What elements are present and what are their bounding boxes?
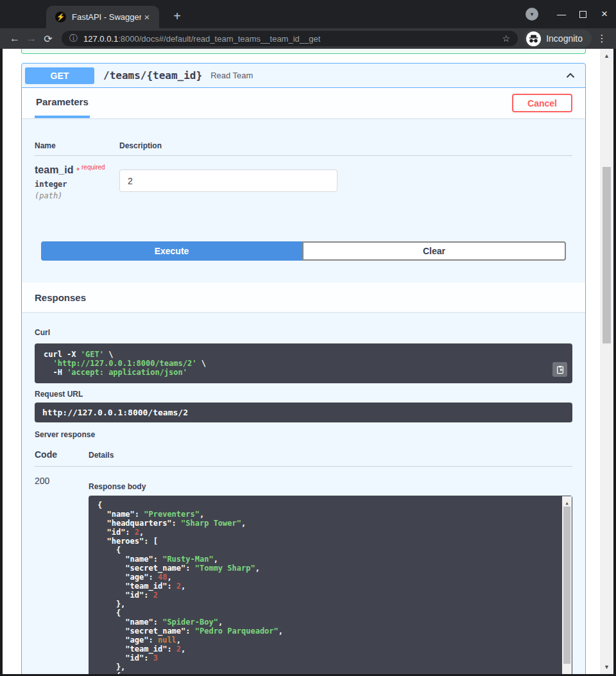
name-column-header: Name xyxy=(35,141,119,150)
page-scroll-up-icon[interactable]: ▲ xyxy=(600,53,613,59)
code-line: "id": 2, xyxy=(98,528,563,537)
endpoint-path: /teams/{team_id} xyxy=(103,69,202,82)
response-body-block: { "name": "Preventers", "headquarters": … xyxy=(89,496,572,674)
page-scroll-down-icon[interactable]: ▼ xyxy=(600,664,613,670)
bookmark-star-icon[interactable]: ☆ xyxy=(502,33,511,44)
window-close-button[interactable]: × xyxy=(598,8,611,21)
code-line: "secret_name": "Tommy Sharp", xyxy=(98,564,563,573)
get-teams-opblock: GET /teams/{team_id} Read Team Parameter… xyxy=(21,63,586,674)
browser-menu-icon[interactable]: ⋮ xyxy=(594,33,610,44)
new-tab-button[interactable]: + xyxy=(168,8,186,26)
update-arrow-icon: ▼ xyxy=(529,12,535,17)
code-line: "team_id": 2, xyxy=(98,582,563,591)
incognito-icon xyxy=(526,31,541,46)
fastapi-favicon-icon: ⚡ xyxy=(55,12,66,22)
parameter-row: team_id *required integer (path) xyxy=(35,156,572,200)
browser-window: ⚡ FastAPI - Swagger UI × + ▼ — × ← → ⟳ ⓘ… xyxy=(0,0,616,676)
parameter-location: (path) xyxy=(35,191,119,200)
previous-post-opblock-edge xyxy=(21,49,586,54)
request-url-value: http://127.0.0.1:8000/teams/2 xyxy=(35,403,572,422)
incognito-badge: Incognito xyxy=(524,30,592,48)
description-column-header: Description xyxy=(119,141,162,150)
url-path: :8000/docs#/default/read_team_teams__tea… xyxy=(118,34,320,44)
code-line: "heroes": [ xyxy=(98,537,563,546)
maximize-button[interactable] xyxy=(579,11,586,18)
http-method-badge: GET xyxy=(25,67,94,84)
forward-button[interactable]: → xyxy=(23,33,40,44)
endpoint-summary: Read Team xyxy=(210,71,253,80)
code-line: "id": 3 xyxy=(98,654,563,663)
request-url-label: Request URL xyxy=(35,390,572,399)
responses-section-header: Responses xyxy=(22,282,585,312)
curl-command-block: curl -X 'GET' \ 'http://127.0.0.1:8000/t… xyxy=(35,343,572,383)
reload-button[interactable]: ⟳ xyxy=(40,33,56,45)
curl-code: curl -X 'GET' \ 'http://127.0.0.1:8000/t… xyxy=(44,350,563,377)
response-body-json: { "name": "Preventers", "headquarters": … xyxy=(98,501,563,674)
parameters-table-header: Name Description xyxy=(35,141,572,156)
code-line: "name": "Preventers", xyxy=(98,510,563,519)
parameter-name-line: team_id *required xyxy=(35,164,119,176)
parameter-name-cell: team_id *required integer (path) xyxy=(35,164,119,200)
swagger-page: GET /teams/{team_id} Read Team Parameter… xyxy=(3,49,613,674)
bolt-icon: ⚡ xyxy=(56,13,65,21)
minimize-button[interactable]: — xyxy=(555,9,568,19)
code-line: "secret_name": "Pedro Parqueador", xyxy=(98,627,563,636)
status-code: 200 xyxy=(35,476,89,674)
parameters-section-header: Parameters Cancel xyxy=(22,88,585,118)
server-response-label: Server response xyxy=(35,430,572,439)
code-line: { xyxy=(98,501,563,510)
incognito-label: Incognito xyxy=(546,33,583,44)
code-line: "id": 2 xyxy=(98,591,563,600)
tab-title: FastAPI - Swagger UI xyxy=(72,12,141,22)
collapse-chevron-icon[interactable] xyxy=(566,73,575,78)
code-line: 'http://127.0.0.1:8000/teams/2' \ xyxy=(44,359,563,368)
response-body-label: Response body xyxy=(89,482,572,491)
code-line: "age": 48, xyxy=(98,573,563,582)
opblock-summary[interactable]: GET /teams/{team_id} Read Team xyxy=(22,64,585,88)
url-text: 127.0.0.1:8000/docs#/default/read_team_t… xyxy=(83,34,497,44)
responses-title: Responses xyxy=(35,292,86,303)
cancel-button[interactable]: Cancel xyxy=(512,94,572,112)
back-button[interactable]: ← xyxy=(6,33,23,44)
curl-label: Curl xyxy=(35,328,572,337)
response-body-scrollbar[interactable]: ▲ xyxy=(562,496,572,674)
code-line: { xyxy=(98,609,563,618)
response-details-cell: Response body { "name": "Preventers", "h… xyxy=(89,476,572,674)
code-line: curl -X 'GET' \ xyxy=(44,350,563,359)
response-row: 200 Response body { "name": "Preventers"… xyxy=(35,467,572,674)
tab-parameters[interactable]: Parameters xyxy=(35,88,90,118)
clipboard-icon xyxy=(556,365,565,374)
swagger-content: GET /teams/{team_id} Read Team Parameter… xyxy=(3,49,600,674)
site-info-icon[interactable]: ⓘ xyxy=(69,33,78,44)
page-scrollbar-thumb[interactable] xyxy=(603,167,611,343)
execute-button[interactable]: Execute xyxy=(41,241,302,261)
details-column-header: Details xyxy=(89,451,114,460)
required-label: required xyxy=(81,164,105,171)
tab-bar: ⚡ FastAPI - Swagger UI × + ▼ — × xyxy=(0,0,616,28)
page-scrollbar[interactable]: ▲ ▼ xyxy=(600,49,613,674)
code-line: }, xyxy=(98,600,563,609)
browser-tab[interactable]: ⚡ FastAPI - Swagger UI × xyxy=(46,6,159,28)
address-bar[interactable]: ⓘ 127.0.0.1:8000/docs#/default/read_team… xyxy=(62,31,518,46)
code-line: "name": "Rusty-Man", xyxy=(98,555,563,564)
url-host: 127.0.0.1 xyxy=(83,34,118,44)
browser-update-icon[interactable]: ▼ xyxy=(526,8,538,21)
clear-button[interactable]: Clear xyxy=(302,241,566,261)
code-line: "age": null, xyxy=(98,636,563,645)
response-scrollbar-thumb[interactable] xyxy=(563,507,570,664)
incognito-glyph xyxy=(529,35,538,43)
code-column-header: Code xyxy=(35,449,89,460)
tab-close-icon[interactable]: × xyxy=(141,12,153,23)
code-line: { xyxy=(98,672,563,674)
parameter-name: team_id xyxy=(35,164,73,175)
parameters-section: Name Description team_id *required integ… xyxy=(22,118,585,282)
response-table-header: Code Details xyxy=(35,449,572,467)
responses-section: Curl curl -X 'GET' \ 'http://127.0.0.1:8… xyxy=(22,312,585,674)
team-id-input[interactable] xyxy=(119,169,338,192)
parameter-description-cell xyxy=(119,164,338,200)
copy-to-clipboard-button[interactable] xyxy=(552,362,567,377)
code-line: }, xyxy=(98,663,563,672)
code-line: "headquarters": "Sharp Tower", xyxy=(98,519,563,528)
browser-toolbar: ← → ⟳ ⓘ 127.0.0.1:8000/docs#/default/rea… xyxy=(0,28,616,49)
parameter-type: integer xyxy=(35,180,119,189)
